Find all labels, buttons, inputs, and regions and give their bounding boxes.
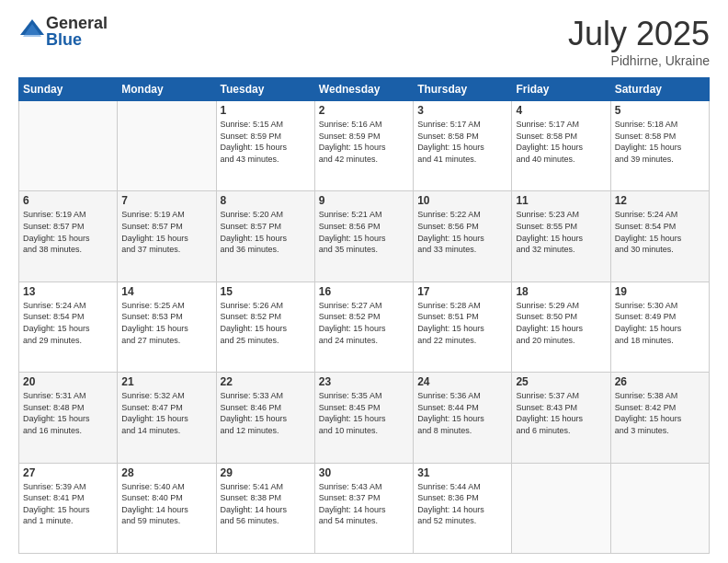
table-row: 21Sunrise: 5:32 AM Sunset: 8:47 PM Dayli… [118,373,216,463]
table-row: 6Sunrise: 5:19 AM Sunset: 8:57 PM Daylig… [19,191,118,282]
table-row: 19Sunrise: 5:30 AM Sunset: 8:49 PM Dayli… [610,282,709,372]
day-number: 24 [417,375,507,388]
day-info: Sunrise: 5:21 AM Sunset: 8:56 PM Dayligh… [319,209,409,255]
table-row: 7Sunrise: 5:19 AM Sunset: 8:57 PM Daylig… [118,191,216,282]
day-number: 29 [221,466,311,479]
day-info: Sunrise: 5:17 AM Sunset: 8:58 PM Dayligh… [417,119,507,165]
day-number: 4 [516,104,606,117]
day-number: 21 [121,375,211,388]
day-info: Sunrise: 5:41 AM Sunset: 8:38 PM Dayligh… [221,481,311,527]
table-row: 29Sunrise: 5:41 AM Sunset: 8:38 PM Dayli… [216,463,314,553]
table-row [118,101,216,191]
day-info: Sunrise: 5:35 AM Sunset: 8:45 PM Dayligh… [319,390,409,436]
table-row: 3Sunrise: 5:17 AM Sunset: 8:58 PM Daylig… [414,101,512,191]
day-number: 12 [615,194,705,207]
col-friday: Friday [512,78,610,101]
table-row: 1Sunrise: 5:15 AM Sunset: 8:59 PM Daylig… [216,101,314,191]
table-row: 25Sunrise: 5:37 AM Sunset: 8:43 PM Dayli… [512,373,610,463]
table-row: 30Sunrise: 5:43 AM Sunset: 8:37 PM Dayli… [314,463,413,553]
location-subtitle: Pidhirne, Ukraine [568,53,710,68]
table-row: 14Sunrise: 5:25 AM Sunset: 8:53 PM Dayli… [118,282,216,372]
day-number: 7 [121,194,211,207]
day-number: 14 [121,285,211,298]
table-row: 22Sunrise: 5:33 AM Sunset: 8:46 PM Dayli… [216,373,314,463]
month-title: July 2025 [568,15,710,53]
calendar-week-row: 20Sunrise: 5:31 AM Sunset: 8:48 PM Dayli… [19,373,710,463]
day-number: 18 [516,285,606,298]
day-info: Sunrise: 5:43 AM Sunset: 8:37 PM Dayligh… [319,481,409,527]
day-number: 27 [23,466,113,479]
day-number: 16 [319,285,409,298]
day-number: 9 [319,194,409,207]
table-row: 27Sunrise: 5:39 AM Sunset: 8:41 PM Dayli… [19,463,118,553]
day-info: Sunrise: 5:44 AM Sunset: 8:36 PM Dayligh… [417,481,507,527]
table-row: 18Sunrise: 5:29 AM Sunset: 8:50 PM Dayli… [512,282,610,372]
calendar-week-row: 6Sunrise: 5:19 AM Sunset: 8:57 PM Daylig… [19,191,710,282]
col-sunday: Sunday [19,78,118,101]
table-row: 20Sunrise: 5:31 AM Sunset: 8:48 PM Dayli… [19,373,118,463]
day-number: 30 [319,466,409,479]
logo: General Blue [18,15,108,48]
day-info: Sunrise: 5:19 AM Sunset: 8:57 PM Dayligh… [23,209,113,255]
table-row: 9Sunrise: 5:21 AM Sunset: 8:56 PM Daylig… [314,191,413,282]
day-info: Sunrise: 5:24 AM Sunset: 8:54 PM Dayligh… [23,300,113,346]
col-wednesday: Wednesday [314,78,413,101]
day-number: 1 [221,104,311,117]
day-info: Sunrise: 5:23 AM Sunset: 8:55 PM Dayligh… [516,209,606,255]
day-number: 28 [121,466,211,479]
day-info: Sunrise: 5:36 AM Sunset: 8:44 PM Dayligh… [417,390,507,436]
day-info: Sunrise: 5:20 AM Sunset: 8:57 PM Dayligh… [221,209,311,255]
table-row: 12Sunrise: 5:24 AM Sunset: 8:54 PM Dayli… [610,191,709,282]
day-number: 13 [23,285,113,298]
calendar-header-row: Sunday Monday Tuesday Wednesday Thursday… [19,78,710,101]
day-info: Sunrise: 5:38 AM Sunset: 8:42 PM Dayligh… [615,390,705,436]
day-info: Sunrise: 5:17 AM Sunset: 8:58 PM Dayligh… [516,119,606,165]
table-row: 4Sunrise: 5:17 AM Sunset: 8:58 PM Daylig… [512,101,610,191]
table-row: 8Sunrise: 5:20 AM Sunset: 8:57 PM Daylig… [216,191,314,282]
day-info: Sunrise: 5:16 AM Sunset: 8:59 PM Dayligh… [319,119,409,165]
table-row: 15Sunrise: 5:26 AM Sunset: 8:52 PM Dayli… [216,282,314,372]
day-number: 10 [417,194,507,207]
day-info: Sunrise: 5:26 AM Sunset: 8:52 PM Dayligh… [221,300,311,346]
calendar-week-row: 1Sunrise: 5:15 AM Sunset: 8:59 PM Daylig… [19,101,710,191]
calendar-week-row: 13Sunrise: 5:24 AM Sunset: 8:54 PM Dayli… [19,282,710,372]
table-row: 28Sunrise: 5:40 AM Sunset: 8:40 PM Dayli… [118,463,216,553]
day-info: Sunrise: 5:15 AM Sunset: 8:59 PM Dayligh… [221,119,311,165]
day-info: Sunrise: 5:32 AM Sunset: 8:47 PM Dayligh… [121,390,211,436]
day-info: Sunrise: 5:25 AM Sunset: 8:53 PM Dayligh… [121,300,211,346]
day-info: Sunrise: 5:22 AM Sunset: 8:56 PM Dayligh… [417,209,507,255]
day-number: 26 [615,375,705,388]
table-row: 31Sunrise: 5:44 AM Sunset: 8:36 PM Dayli… [414,463,512,553]
day-number: 23 [319,375,409,388]
day-info: Sunrise: 5:39 AM Sunset: 8:41 PM Dayligh… [23,481,113,527]
table-row: 2Sunrise: 5:16 AM Sunset: 8:59 PM Daylig… [314,101,413,191]
table-row [610,463,709,553]
col-monday: Monday [118,78,216,101]
table-row: 16Sunrise: 5:27 AM Sunset: 8:52 PM Dayli… [314,282,413,372]
table-row: 10Sunrise: 5:22 AM Sunset: 8:56 PM Dayli… [414,191,512,282]
day-number: 15 [221,285,311,298]
col-tuesday: Tuesday [216,78,314,101]
day-number: 22 [221,375,311,388]
col-saturday: Saturday [610,78,709,101]
day-number: 20 [23,375,113,388]
day-number: 19 [615,285,705,298]
day-number: 6 [23,194,113,207]
day-info: Sunrise: 5:18 AM Sunset: 8:58 PM Dayligh… [615,119,705,165]
day-number: 17 [417,285,507,298]
day-number: 2 [319,104,409,117]
calendar-table: Sunday Monday Tuesday Wednesday Thursday… [18,77,710,554]
day-info: Sunrise: 5:31 AM Sunset: 8:48 PM Dayligh… [23,390,113,436]
day-number: 8 [221,194,311,207]
table-row: 26Sunrise: 5:38 AM Sunset: 8:42 PM Dayli… [610,373,709,463]
day-number: 11 [516,194,606,207]
title-block: July 2025 Pidhirne, Ukraine [568,15,710,68]
table-row [19,101,118,191]
table-row: 17Sunrise: 5:28 AM Sunset: 8:51 PM Dayli… [414,282,512,372]
day-info: Sunrise: 5:24 AM Sunset: 8:54 PM Dayligh… [615,209,705,255]
table-row [512,463,610,553]
day-info: Sunrise: 5:29 AM Sunset: 8:50 PM Dayligh… [516,300,606,346]
day-info: Sunrise: 5:19 AM Sunset: 8:57 PM Dayligh… [121,209,211,255]
day-number: 3 [417,104,507,117]
col-thursday: Thursday [414,78,512,101]
